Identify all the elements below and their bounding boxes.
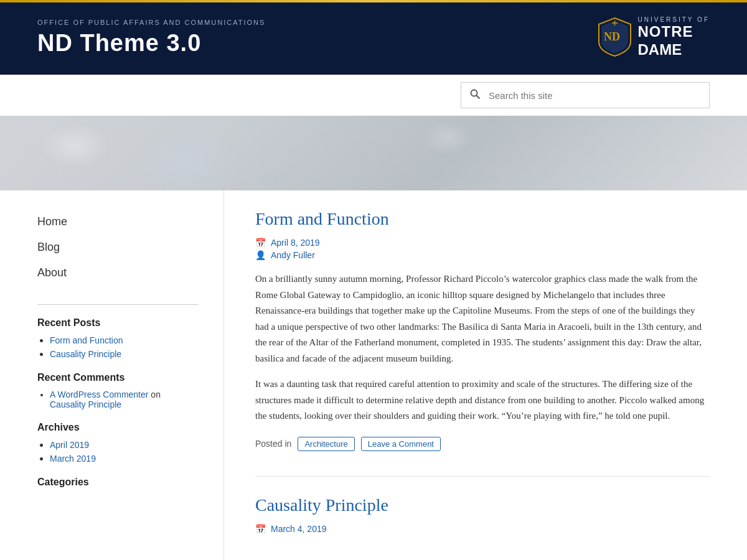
archives-title: Archives — [37, 422, 199, 433]
post-date-link[interactable]: April 8, 2019 — [271, 238, 320, 248]
recent-posts-title: Recent Posts — [37, 317, 199, 329]
svg-text:ND: ND — [604, 30, 620, 43]
search-bar-wrap — [0, 75, 747, 116]
calendar-icon: 📅 — [255, 238, 266, 248]
post-author-link[interactable]: Andy Fuller — [271, 250, 315, 260]
archives-list: April 2019 March 2019 — [37, 439, 199, 464]
sidebar-recent-posts: Recent Posts Form and Function Causality… — [37, 317, 199, 360]
post-divider — [255, 476, 710, 477]
nd-shield-icon: ND — [598, 17, 632, 57]
post-meta: 📅 April 8, 2019 👤 Andy Fuller — [255, 238, 710, 260]
list-item: April 2019 — [50, 439, 199, 450]
nd-university-of: UNIVERSITY OF — [638, 16, 710, 23]
post-meta-causality: 📅 March 4, 2019 — [255, 524, 710, 534]
post-title-causality-principle[interactable]: Causality Principle — [255, 495, 710, 515]
list-item: Form and Function — [50, 335, 199, 346]
nd-name-line1: NOTRE — [638, 23, 710, 41]
post-causality-principle: Causality Principle 📅 March 4, 2019 — [255, 495, 710, 534]
search-input[interactable] — [489, 84, 709, 107]
site-title: ND Theme 3.0 — [37, 30, 265, 57]
search-container[interactable] — [461, 82, 710, 108]
sidebar: Home Blog About Recent Posts Form and Fu… — [0, 190, 224, 560]
post-paragraph-2: It was a daunting task that required car… — [255, 376, 710, 424]
sidebar-archives: Archives April 2019 March 2019 — [37, 422, 199, 464]
sidebar-item-about[interactable]: About — [37, 260, 199, 286]
office-label: OFFICE OF PUBLIC AFFAIRS AND COMMUNICATI… — [37, 19, 265, 26]
nd-text: UNIVERSITY OF NOTRE DAME — [638, 16, 710, 58]
nd-name-line2: DAME — [638, 41, 710, 58]
comment-on-label: on — [151, 390, 161, 399]
post-form-and-function: Form and Function 📅 April 8, 2019 👤 Andy… — [255, 209, 710, 451]
content-area: Form and Function 📅 April 8, 2019 👤 Andy… — [224, 190, 747, 560]
header-branding: OFFICE OF PUBLIC AFFAIRS AND COMMUNICATI… — [37, 19, 265, 57]
recent-post-form-and-function[interactable]: Form and Function — [50, 335, 123, 345]
comment-author-link[interactable]: A WordPress Commenter — [50, 390, 148, 399]
comment-post-link[interactable]: Causality Principle — [50, 399, 121, 409]
nav-menu: Home Blog About — [37, 209, 199, 286]
archive-april-2019[interactable]: April 2019 — [50, 440, 89, 450]
post-body: On a brilliantly sunny autumn morning, P… — [255, 271, 710, 424]
archive-march-2019[interactable]: March 2019 — [50, 454, 96, 464]
leave-comment-link[interactable]: Leave a Comment — [361, 437, 441, 451]
recent-posts-list: Form and Function Causality Principle — [37, 335, 199, 360]
main-layout: Home Blog About Recent Posts Form and Fu… — [0, 190, 747, 560]
posted-in-label: Posted in — [255, 439, 291, 449]
notre-dame-logo: ND UNIVERSITY OF NOTRE DAME — [598, 16, 710, 58]
site-header: OFFICE OF PUBLIC AFFAIRS AND COMMUNICATI… — [0, 0, 747, 75]
post-footer: Posted in Architecture Leave a Comment — [255, 437, 710, 451]
recent-comments-list: A WordPress Commenter on Causality Princ… — [37, 390, 199, 409]
sidebar-divider — [37, 304, 199, 305]
recent-comments-title: Recent Comments — [37, 372, 199, 383]
author-icon: 👤 — [255, 250, 266, 260]
post-date-link-causality[interactable]: March 4, 2019 — [271, 524, 327, 534]
svg-line-4 — [477, 96, 480, 99]
sidebar-categories: Categories — [37, 477, 199, 488]
search-icon — [461, 83, 489, 108]
list-item: Causality Principle — [50, 348, 199, 360]
list-item: March 2019 — [50, 453, 199, 464]
sidebar-item-blog[interactable]: Blog — [37, 235, 199, 260]
list-item: A WordPress Commenter on Causality Princ… — [50, 390, 199, 409]
calendar-icon-2: 📅 — [255, 524, 266, 534]
post-date-item-causality: 📅 March 4, 2019 — [255, 524, 710, 534]
sidebar-item-home[interactable]: Home — [37, 209, 199, 235]
hero-area — [0, 116, 747, 190]
tag-architecture[interactable]: Architecture — [298, 437, 354, 451]
sidebar-recent-comments: Recent Comments A WordPress Commenter on… — [37, 372, 199, 409]
post-date-item: 📅 April 8, 2019 — [255, 238, 710, 248]
recent-post-causality-principle[interactable]: Causality Principle — [50, 349, 121, 359]
categories-title: Categories — [37, 477, 199, 488]
post-title-form-and-function[interactable]: Form and Function — [255, 209, 710, 229]
post-author-item: 👤 Andy Fuller — [255, 250, 710, 260]
post-paragraph-1: On a brilliantly sunny autumn morning, P… — [255, 271, 710, 366]
